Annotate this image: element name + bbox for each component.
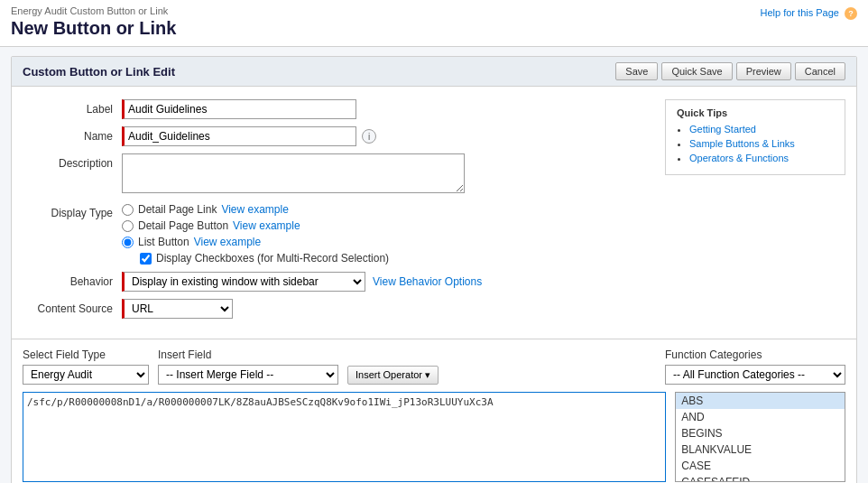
url-functions-row: /sfc/p/R00000008nD1/a/R000000007LK/8Z8au… <box>23 392 845 483</box>
functions-col: Function Categories -- All Function Cate… <box>665 348 845 385</box>
label-row: Label <box>23 99 651 119</box>
content-source-select[interactable]: URL Visualforce Page sControl <box>122 299 233 319</box>
quick-tip-operators: Operators & Functions <box>689 153 834 163</box>
fn-item-casesafeid[interactable]: CASESAFEID <box>676 474 845 482</box>
behavior-inner: Display in existing window with sidebar … <box>122 272 651 292</box>
quick-tip-sample-buttons-link[interactable]: Sample Buttons & Links <box>689 138 795 149</box>
detail-link-example[interactable]: View example <box>221 203 288 216</box>
radio-detail-button: Detail Page Button View example <box>122 219 651 232</box>
name-row: Name i <box>23 126 651 146</box>
save-button[interactable]: Save <box>615 62 658 80</box>
radio-detail-link: Detail Page Link View example <box>122 203 651 216</box>
form-panel: Custom Button or Link Edit Save Quick Sa… <box>11 56 857 483</box>
select-field-type-col: Select Field Type Energy Audit <box>23 348 149 385</box>
behavior-row: Behavior Display in existing window with… <box>23 272 651 292</box>
description-row: Description <box>23 153 651 196</box>
display-checkboxes-row: Display Checkboxes (for Multi-Record Sel… <box>140 252 651 265</box>
preview-button[interactable]: Preview <box>736 62 791 80</box>
radio-detail-button-input[interactable] <box>122 220 134 232</box>
label-input[interactable] <box>122 99 356 119</box>
detail-button-example[interactable]: View example <box>233 219 300 232</box>
label-field-label: Label <box>23 99 122 116</box>
content-source-row: Content Source URL Visualforce Page sCon… <box>23 299 651 319</box>
insert-field-select[interactable]: -- Insert Merge Field -- <box>158 365 338 385</box>
form-buttons: Save Quick Save Preview Cancel <box>615 62 845 80</box>
main-content: Custom Button or Link Edit Save Quick Sa… <box>0 47 868 483</box>
quick-tip-operators-link[interactable]: Operators & Functions <box>689 153 789 163</box>
display-type-radio-group: Detail Page Link View example Detail Pag… <box>122 203 651 265</box>
fn-item-case[interactable]: CASE <box>676 458 845 474</box>
list-button-example[interactable]: View example <box>194 236 261 248</box>
label-field-wrap <box>122 99 651 119</box>
select-field-type-select[interactable]: Energy Audit <box>23 365 149 385</box>
quick-tips-title: Quick Tips <box>677 107 834 118</box>
description-textarea[interactable] <box>122 153 465 193</box>
radio-detail-link-input[interactable] <box>122 204 134 216</box>
name-input[interactable] <box>122 126 356 146</box>
quick-tip-getting-started-link[interactable]: Getting Started <box>689 124 756 135</box>
insert-operator-button[interactable]: Insert Operator ▾ <box>347 366 439 385</box>
behavior-wrap: Display in existing window with sidebar … <box>122 272 651 292</box>
quick-tips-box: Quick Tips Getting Started Sample Button… <box>665 99 845 175</box>
quick-save-button[interactable]: Quick Save <box>661 62 732 80</box>
help-link[interactable]: Help for this Page ? <box>761 7 858 20</box>
help-icon: ? <box>845 7 857 20</box>
display-type-label: Display Type <box>23 203 122 219</box>
url-textarea[interactable]: /sfc/p/R00000008nD1/a/R000000007LK/8Z8au… <box>23 392 666 482</box>
fn-item-abs[interactable]: ABS <box>676 393 845 409</box>
display-type-row: Display Type Detail Page Link View examp… <box>23 203 651 265</box>
functions-list-wrap: ABS AND BEGINS BLANKVALUE CASE CASESAFEI… <box>675 392 845 483</box>
content-source-wrap: URL Visualforce Page sControl <box>122 299 651 319</box>
name-field-wrap: i <box>122 126 651 146</box>
form-body: Label Name i <box>12 87 856 339</box>
form-panel-title: Custom Button or Link Edit <box>23 65 175 79</box>
display-type-wrap: Detail Page Link View example Detail Pag… <box>122 203 651 265</box>
insert-field-label: Insert Field <box>158 348 338 361</box>
cancel-button[interactable]: Cancel <box>795 62 845 80</box>
behavior-label: Behavior <box>23 272 122 288</box>
quick-tip-getting-started: Getting Started <box>689 124 834 135</box>
view-behavior-link[interactable]: View Behavior Options <box>373 275 482 288</box>
insert-field-col: Insert Field -- Insert Merge Field -- <box>158 348 338 385</box>
name-field-label: Name <box>23 126 122 143</box>
description-field-label: Description <box>23 153 122 170</box>
radio-list-button-input[interactable] <box>122 237 134 248</box>
form-panel-header: Custom Button or Link Edit Save Quick Sa… <box>12 57 856 87</box>
bottom-section: Select Field Type Energy Audit Insert Fi… <box>12 339 856 483</box>
content-source-label: Content Source <box>23 299 122 315</box>
quick-tip-sample-buttons: Sample Buttons & Links <box>689 138 834 149</box>
quick-tips-list: Getting Started Sample Buttons & Links O… <box>677 124 834 163</box>
fn-item-blankvalue[interactable]: BLANKVALUE <box>676 441 845 458</box>
insert-operator-col: Insert Operator ▾ <box>347 351 439 385</box>
bottom-controls-row: Select Field Type Energy Audit Insert Fi… <box>23 348 845 385</box>
fn-item-begins[interactable]: BEGINS <box>676 425 845 441</box>
page-title: New Button or Link <box>11 18 857 39</box>
fn-item-and[interactable]: AND <box>676 409 845 425</box>
breadcrumb: Energy Audit Custom Button or Link <box>11 5 857 16</box>
radio-list-button: List Button View example <box>122 236 651 248</box>
page-header: Help for this Page ? Energy Audit Custom… <box>0 0 868 47</box>
info-icon[interactable]: i <box>362 129 376 144</box>
description-field-wrap <box>122 153 651 196</box>
select-field-type-label: Select Field Type <box>23 348 149 361</box>
function-categories-label: Function Categories <box>665 348 845 361</box>
behavior-select[interactable]: Display in existing window with sidebar … <box>122 272 365 292</box>
function-categories-select[interactable]: -- All Function Categories -- <box>665 365 845 385</box>
display-checkboxes-checkbox[interactable] <box>140 253 152 265</box>
form-fields: Label Name i <box>23 99 651 326</box>
name-inner: i <box>122 126 651 146</box>
functions-listbox[interactable]: ABS AND BEGINS BLANKVALUE CASE CASESAFEI… <box>675 392 845 482</box>
